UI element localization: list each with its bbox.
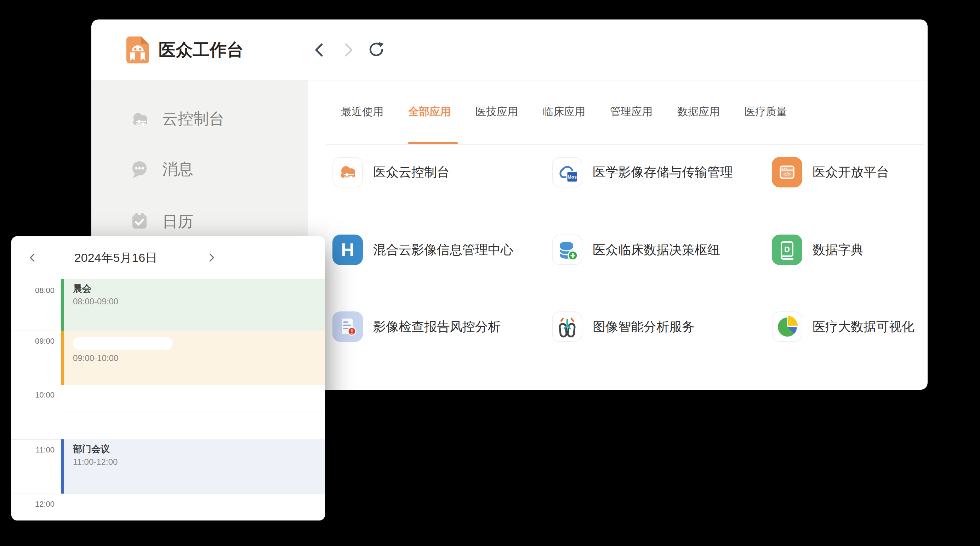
refresh-icon: [366, 40, 385, 60]
hybrid-cloud-h-icon: H: [332, 235, 363, 265]
active-tab-underline: [408, 142, 458, 144]
event-title: 晨会: [73, 283, 325, 294]
sidebar-item-messages[interactable]: 消息: [128, 156, 193, 181]
half-hour-gridline: [61, 412, 325, 412]
app-label: 医众临床数据决策枢纽: [593, 241, 720, 259]
event-time: 08:00-09:00: [73, 297, 325, 307]
event-time: 11:00-12:00: [73, 457, 325, 467]
chevron-right-icon: [207, 253, 216, 262]
calendar-header: 2024年5月16日: [11, 236, 325, 279]
mos-cloud-icon: Mos: [552, 157, 582, 187]
app-logo-icon: [126, 37, 149, 64]
chevron-right-icon: [340, 42, 355, 58]
app-label: 图像智能分析服务: [593, 318, 695, 335]
refresh-button[interactable]: [366, 41, 385, 59]
chevron-left-icon: [312, 42, 328, 58]
content-area: 最近使用 全部应用 医技应用 临床应用 管理应用 数据应用 医疗质量: [308, 80, 928, 390]
tab-bar: 最近使用 全部应用 医技应用 临床应用 管理应用 数据应用 医疗质量: [341, 105, 787, 119]
calendar-body: 08:00 09:00 10:00 11:00 12:00 晨会 08:00-0…: [11, 279, 325, 520]
sidebar-item-cloud-console[interactable]: 云控制台: [128, 106, 224, 131]
pie-yellow-slice: [788, 316, 798, 326]
time-label: 10:00: [11, 390, 54, 400]
event-title: 部门会议: [73, 444, 325, 454]
app-item[interactable]: 影像检查报告风控分析: [332, 311, 501, 342]
calendar-next-button[interactable]: [204, 251, 218, 265]
back-button[interactable]: [311, 41, 329, 59]
app-item[interactable]: 图像智能分析服务: [552, 311, 695, 342]
event-time: 09:00-10:00: [73, 353, 325, 363]
chevron-left-icon: [28, 253, 37, 262]
app-item[interactable]: D 数据字典: [772, 235, 864, 265]
app-label: 医众云控制台: [373, 164, 450, 181]
time-label: 11:00: [11, 445, 54, 455]
lungs-ai-icon: [552, 311, 582, 342]
app-item[interactable]: Mos 医学影像存储与传输管理: [552, 157, 733, 187]
app-label: 医众开放平台: [813, 164, 889, 181]
hour-gridline: [11, 385, 325, 385]
calendar-date: 2024年5月16日: [54, 236, 178, 279]
open-platform-icon: </>: [772, 157, 802, 187]
report-risk-icon: [332, 311, 363, 342]
tab-management-apps[interactable]: 管理应用: [610, 105, 652, 119]
calendar-check-icon: [128, 210, 151, 233]
hour-gridline: [11, 493, 325, 494]
sidebar-item-label: 消息: [162, 159, 193, 180]
calendar-event-redacted[interactable]: 09:00-10:00: [61, 330, 325, 385]
tab-all-apps[interactable]: 全部应用: [408, 105, 451, 119]
tab-medtech-apps[interactable]: 医技应用: [476, 105, 518, 119]
time-label: 09:00: [11, 337, 54, 346]
time-label: 08:00: [11, 286, 54, 295]
sidebar-item-label: 云控制台: [162, 109, 224, 129]
tab-clinical-apps[interactable]: 临床应用: [543, 105, 585, 119]
svg-text:D: D: [784, 245, 790, 254]
tab-recently-used[interactable]: 最近使用: [341, 105, 383, 119]
tab-quality-apps[interactable]: 医疗质量: [745, 105, 787, 119]
app-item[interactable]: 医众临床数据决策枢纽: [552, 235, 720, 265]
cloud-console-icon: [332, 157, 363, 187]
sidebar-item-calendar[interactable]: 日历: [128, 209, 193, 234]
svg-text:Mos: Mos: [568, 174, 577, 180]
app-item[interactable]: 医疗大数据可视化: [772, 311, 915, 342]
tab-data-apps[interactable]: 数据应用: [677, 105, 720, 119]
app-label: 数据字典: [813, 241, 864, 259]
forward-button[interactable]: [339, 41, 357, 59]
data-dictionary-icon: D: [772, 235, 802, 265]
window-title: 医众工作台: [159, 19, 243, 80]
app-item[interactable]: H 混合云影像信息管理中心: [332, 235, 513, 265]
app-item[interactable]: </> 医众开放平台: [772, 157, 889, 187]
message-bubble-icon: [128, 158, 151, 180]
calendar-prev-button[interactable]: [25, 251, 40, 265]
pie-chart-icon: [772, 311, 802, 342]
app-label: 医疗大数据可视化: [813, 318, 915, 335]
nav-controls: [311, 19, 385, 80]
app-label: 医学影像存储与传输管理: [593, 164, 733, 181]
calendar-panel: 2024年5月16日 08:00 09:00 10:00 11:00 12:00…: [11, 236, 325, 520]
event-title-redacted: [73, 337, 173, 350]
app-label: 影像检查报告风控分析: [373, 318, 501, 335]
time-label: 12:00: [11, 500, 54, 509]
clinical-database-icon: [552, 235, 582, 265]
desktop-background: 医众工作台: [0, 0, 980, 546]
sidebar-item-label: 日历: [162, 211, 193, 232]
calendar-event-department-meeting[interactable]: 部门会议 11:00-12:00: [61, 439, 325, 493]
calendar-event-morning-meeting[interactable]: 晨会 08:00-09:00: [61, 279, 325, 330]
cloud-settings-icon: [128, 107, 151, 130]
svg-text:</>: </>: [783, 171, 791, 177]
app-label: 混合云影像信息管理中心: [373, 241, 513, 259]
app-item[interactable]: 医众云控制台: [332, 157, 450, 187]
window-header: 医众工作台: [91, 19, 928, 80]
